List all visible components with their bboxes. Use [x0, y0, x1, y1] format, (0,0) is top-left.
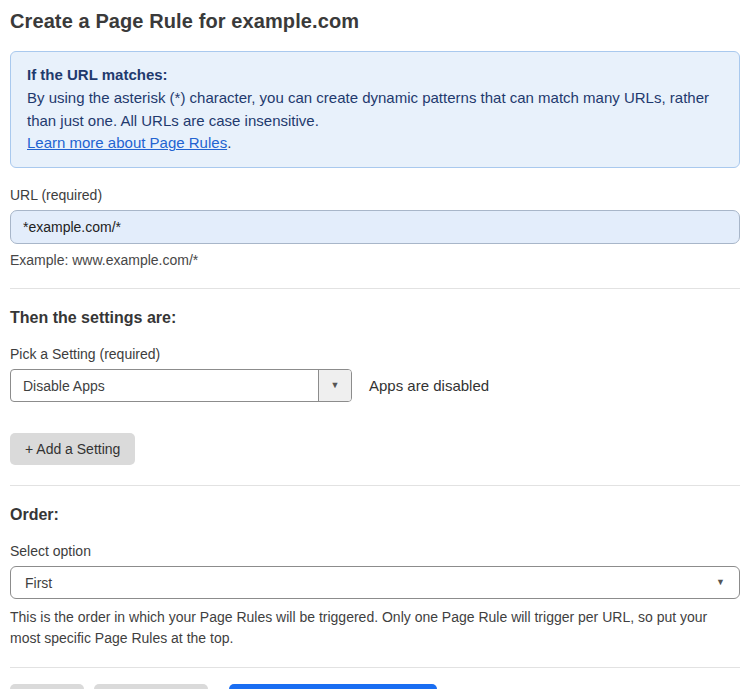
order-select-label: Select option	[10, 543, 740, 559]
order-section-heading: Order:	[10, 506, 740, 524]
info-box-link-line: Learn more about Page Rules.	[27, 132, 723, 155]
info-box-body: By using the asterisk (*) character, you…	[27, 87, 723, 133]
cancel-button[interactable]: Cancel	[10, 684, 84, 689]
page-title: Create a Page Rule for example.com	[10, 10, 740, 33]
setting-status-text: Apps are disabled	[369, 377, 489, 394]
save-draft-button[interactable]: Save as Draft	[94, 684, 209, 689]
divider	[10, 288, 740, 289]
url-match-info-box: If the URL matches: By using the asteris…	[10, 51, 740, 168]
pick-setting-selected-value: Disable Apps	[11, 370, 318, 401]
pick-setting-select[interactable]: Disable Apps ▼	[10, 369, 352, 402]
settings-section-heading: Then the settings are:	[10, 309, 740, 327]
footer-actions: Cancel Save as Draft Save and Deploy Pag…	[10, 684, 740, 689]
save-deploy-button[interactable]: Save and Deploy Page Rule	[229, 684, 437, 689]
learn-more-link[interactable]: Learn more about Page Rules	[27, 134, 227, 151]
divider	[10, 485, 740, 486]
url-input[interactable]	[10, 210, 740, 244]
info-box-heading: If the URL matches:	[27, 64, 723, 87]
setting-row: Disable Apps ▼ Apps are disabled	[10, 369, 740, 402]
url-field-label: URL (required)	[10, 187, 740, 203]
add-setting-button[interactable]: + Add a Setting	[10, 433, 135, 465]
pick-setting-label: Pick a Setting (required)	[10, 346, 740, 362]
link-period: .	[227, 134, 231, 151]
divider	[10, 667, 740, 668]
pick-setting-arrow-button[interactable]: ▼	[318, 370, 351, 401]
url-example-helper: Example: www.example.com/*	[10, 252, 740, 268]
order-helper-text: This is the order in which your Page Rul…	[10, 607, 740, 649]
chevron-down-icon: ▼	[716, 578, 725, 587]
chevron-down-icon: ▼	[331, 381, 340, 390]
order-selected-value: First	[25, 575, 52, 591]
order-select[interactable]: First ▼	[10, 566, 740, 599]
